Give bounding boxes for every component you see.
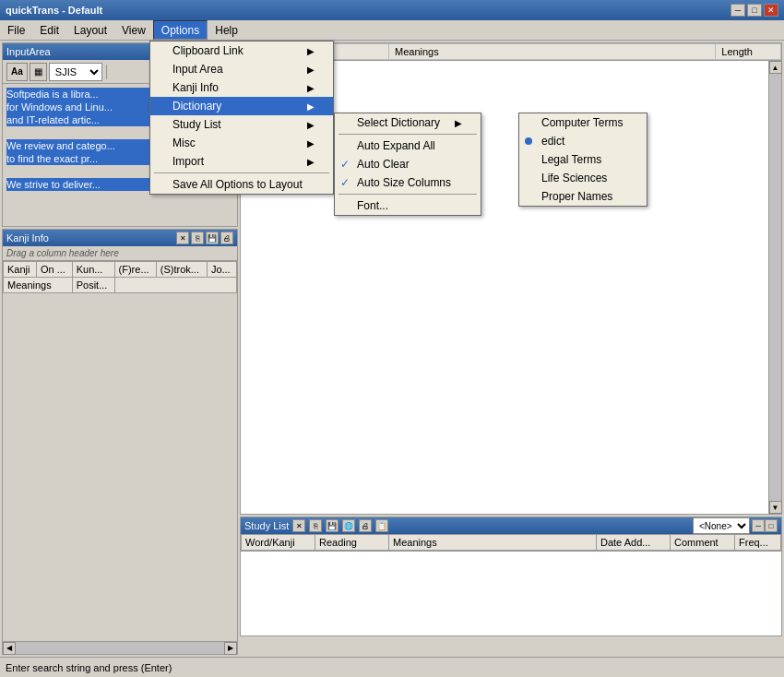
minimize-study-icon[interactable]: ─ bbox=[752, 519, 765, 532]
scroll-left-btn[interactable]: ◀ bbox=[3, 642, 16, 655]
kanji-info-label: Kanji Info bbox=[172, 81, 219, 94]
menu-edit[interactable]: Edit bbox=[32, 20, 66, 40]
minimize-button[interactable]: ─ bbox=[731, 4, 745, 17]
clipboard-study-icon[interactable]: 📋 bbox=[375, 519, 388, 532]
submenu-auto-clear[interactable]: ✓ Auto Clear bbox=[335, 155, 481, 173]
study-table-header: Word/Kanji Reading Meanings Date Add... … bbox=[241, 534, 781, 552]
scroll-track-v[interactable] bbox=[769, 74, 781, 501]
dict-edict[interactable]: edict bbox=[519, 132, 647, 150]
v-scrollbar[interactable]: ▲ ▼ bbox=[768, 61, 781, 514]
legal-terms-label: Legal Terms bbox=[541, 153, 601, 166]
life-sciences-label: Life Sciences bbox=[541, 172, 607, 184]
app-title: quickTrans - Default bbox=[6, 5, 102, 16]
arrow-clipboard: ▶ bbox=[307, 46, 315, 56]
study-panel-title: Study List ✕ ⎘ 💾 🌐 🖨 📋 <None> ─ □ bbox=[241, 517, 781, 534]
proper-names-label: Proper Names bbox=[541, 190, 612, 203]
dictionary-submenu[interactable]: Select Dictionary ▶ Auto Expand All ✓ Au… bbox=[334, 113, 481, 216]
restore-study-icon[interactable]: □ bbox=[765, 519, 778, 532]
options-menu[interactable]: Clipboard Link ▶ Input Area ▶ Kanji Info… bbox=[149, 41, 334, 195]
study-list-label: Study List bbox=[172, 118, 221, 131]
study-header-table: Word/Kanji Reading Meanings Date Add... … bbox=[241, 534, 781, 551]
menu-item-save-all[interactable]: Save All Options to Layout bbox=[150, 175, 333, 194]
clipboard-link-label: Clipboard Link bbox=[172, 44, 244, 57]
scroll-track[interactable] bbox=[16, 642, 224, 654]
check-auto-size: ✓ bbox=[340, 176, 350, 189]
kanji-title: Kanji Info bbox=[6, 232, 49, 243]
col-empty bbox=[114, 278, 236, 293]
arrow-misc: ▶ bbox=[307, 138, 315, 148]
font-aa-btn[interactable]: Aa bbox=[6, 63, 28, 81]
submenu-font[interactable]: Font... bbox=[335, 196, 481, 215]
col-freq-study[interactable]: Freq... bbox=[735, 535, 781, 551]
auto-clear-label: Auto Clear bbox=[357, 158, 410, 171]
submenu-select-dict[interactable]: Select Dictionary ▶ bbox=[335, 113, 481, 132]
close-button[interactable]: ✕ bbox=[764, 4, 778, 17]
menu-item-import[interactable]: Import ▶ bbox=[150, 152, 333, 171]
menu-item-kanji-info[interactable]: Kanji Info ▶ bbox=[150, 78, 333, 97]
col-comment[interactable]: Comment bbox=[671, 535, 735, 551]
arrow-study: ▶ bbox=[307, 120, 315, 130]
font-label: Font... bbox=[357, 199, 388, 212]
save-study-icon[interactable]: 💾 bbox=[326, 519, 339, 532]
col-jo[interactable]: Jo... bbox=[207, 262, 236, 278]
menu-item-study-list[interactable]: Study List ▶ bbox=[150, 115, 333, 134]
kanji-table-scroll[interactable]: Kanji On ... Kun... (F)re... (S)trok... … bbox=[3, 261, 237, 641]
maximize-button[interactable]: □ bbox=[747, 4, 762, 17]
copy-study-icon[interactable]: ⎘ bbox=[309, 519, 322, 532]
close-study-icon[interactable]: ✕ bbox=[292, 519, 305, 532]
menu-item-clipboard-link[interactable]: Clipboard Link ▶ bbox=[150, 42, 333, 60]
select-dict-submenu[interactable]: Computer Terms edict Legal Terms Life Sc… bbox=[518, 113, 647, 207]
web-study-icon[interactable]: 🌐 bbox=[342, 519, 355, 532]
submenu-auto-expand[interactable]: Auto Expand All bbox=[335, 137, 481, 155]
arrow-input: ▶ bbox=[307, 65, 315, 75]
input-btn2[interactable]: ▦ bbox=[30, 63, 47, 81]
h-scrollbar[interactable]: ◀ ▶ bbox=[3, 641, 237, 654]
clipboard-kanji-icon[interactable]: ⎘ bbox=[191, 232, 204, 244]
col-word-kanji[interactable]: Word/Kanji bbox=[242, 535, 315, 551]
col-on[interactable]: On ... bbox=[37, 262, 73, 278]
import-label: Import bbox=[172, 155, 204, 168]
col-kun[interactable]: Kun... bbox=[72, 262, 114, 278]
study-none-select[interactable]: <None> bbox=[693, 517, 750, 534]
scroll-down-btn[interactable]: ▼ bbox=[769, 501, 782, 514]
scroll-up-btn[interactable]: ▲ bbox=[769, 61, 782, 74]
dict-legal-terms[interactable]: Legal Terms bbox=[519, 150, 647, 169]
computer-terms-label: Computer Terms bbox=[541, 116, 623, 129]
edict-label: edict bbox=[541, 135, 564, 148]
arrow-kanji: ▶ bbox=[307, 83, 315, 93]
menu-item-input-area[interactable]: Input Area ▶ bbox=[150, 60, 333, 78]
arrow-select-dict: ▶ bbox=[455, 118, 462, 128]
dict-proper-names[interactable]: Proper Names bbox=[519, 187, 647, 206]
col-length[interactable]: Length bbox=[716, 44, 781, 60]
save-kanji-icon[interactable]: 💾 bbox=[206, 232, 219, 244]
scroll-right-btn[interactable]: ▶ bbox=[224, 642, 237, 655]
menu-file[interactable]: File bbox=[0, 20, 32, 40]
encoding-select[interactable]: SJIS UTF-8 EUC bbox=[49, 63, 102, 81]
title-bar-buttons: ─ □ ✕ bbox=[731, 4, 778, 17]
col-meanings-right[interactable]: Meanings bbox=[389, 44, 716, 60]
menu-item-dictionary[interactable]: Dictionary ▶ bbox=[150, 97, 333, 115]
arrow-import: ▶ bbox=[307, 157, 315, 167]
menu-layout[interactable]: Layout bbox=[66, 20, 114, 40]
col-stroke[interactable]: (S)trok... bbox=[156, 262, 207, 278]
arrow-dictionary: ▶ bbox=[307, 101, 315, 112]
menu-options[interactable]: Options bbox=[153, 20, 208, 40]
menu-view[interactable]: View bbox=[114, 20, 153, 40]
print-study-icon[interactable]: 🖨 bbox=[359, 519, 372, 532]
col-date-add[interactable]: Date Add... bbox=[597, 535, 671, 551]
col-meanings-study[interactable]: Meanings bbox=[389, 535, 597, 551]
col-reading-study[interactable]: Reading bbox=[315, 535, 389, 551]
status-bar: Enter search string and press (Enter) bbox=[0, 657, 784, 677]
print-kanji-icon[interactable]: 🖨 bbox=[220, 232, 233, 244]
submenu-auto-size[interactable]: ✓ Auto Size Columns bbox=[335, 173, 481, 192]
close-kanji-icon[interactable]: ✕ bbox=[176, 232, 189, 244]
col-meanings[interactable]: Meanings bbox=[4, 278, 73, 293]
dict-computer-terms[interactable]: Computer Terms bbox=[519, 113, 647, 132]
menu-item-misc[interactable]: Misc ▶ bbox=[150, 134, 333, 152]
col-freq[interactable]: (F)re... bbox=[114, 262, 156, 278]
dictionary-label: Dictionary bbox=[172, 100, 221, 113]
col-posit[interactable]: Posit... bbox=[72, 278, 114, 293]
menu-help[interactable]: Help bbox=[208, 20, 245, 40]
dict-life-sciences[interactable]: Life Sciences bbox=[519, 169, 647, 187]
col-kanji[interactable]: Kanji bbox=[4, 262, 37, 278]
